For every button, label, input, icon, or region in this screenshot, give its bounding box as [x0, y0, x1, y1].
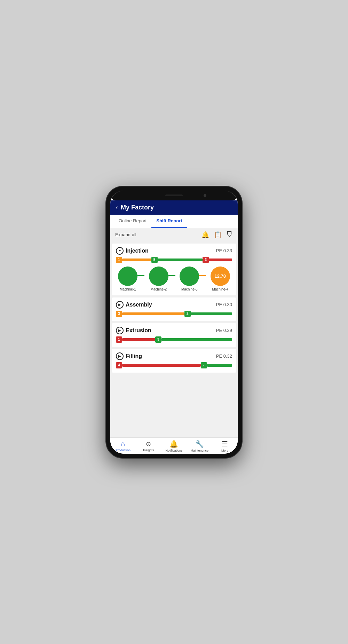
phone-screen: ‹ My Factory Online Report Shift Report … — [110, 191, 238, 454]
assembly-pe: PE 0.30 — [216, 302, 232, 307]
toolbar-icons: 🔔 📋 ⛉ — [201, 231, 233, 239]
toolbar: Expand all 🔔 📋 ⛉ — [110, 228, 238, 241]
machine-3-item: Machine-3 — [180, 267, 199, 291]
bell-icon[interactable]: 🔔 — [201, 231, 209, 239]
header-title: My Factory — [121, 204, 154, 211]
app-header: ‹ My Factory — [110, 200, 238, 215]
filling-title-row: ▶ Filling — [116, 352, 142, 360]
filter-icon[interactable]: ⛉ — [227, 231, 233, 239]
inj-badge-3: 3 — [203, 257, 209, 263]
phone-frame: ‹ My Factory Online Report Shift Report … — [106, 186, 242, 458]
injection-title-row: ▾ Injection — [116, 247, 149, 255]
extrusion-header: ▶ Extrusion PE 0.29 — [116, 327, 232, 334]
machine-1-group: Machine-1 — [118, 267, 144, 291]
extrusion-title-row: ▶ Extrusion — [116, 327, 151, 334]
machine-3-label: Machine-3 — [181, 287, 198, 291]
machine-4-label: Machine-4 — [212, 287, 228, 291]
maintenence-icon: 🔧 — [195, 440, 204, 448]
tab-online-report[interactable]: Online Report — [114, 215, 151, 228]
inj-bar-orange — [122, 259, 151, 261]
injection-title: Injection — [126, 248, 149, 254]
machine-3-circle — [180, 267, 199, 286]
extrusion-card: ▶ Extrusion PE 0.29 1 3 — [112, 323, 236, 347]
connector-3 — [199, 275, 206, 276]
assembly-expand-icon[interactable]: ▶ — [116, 301, 124, 309]
filling-card: ▶ Filling PE 0.32 4 ▪ — [112, 349, 236, 373]
ext-bar-red — [122, 338, 155, 341]
fill-bar-green — [207, 364, 232, 367]
machine-1-circle — [118, 267, 137, 286]
extrusion-expand-icon[interactable]: ▶ — [116, 327, 124, 334]
assembly-card: ▶ Assembly PE 0.30 3 2 — [112, 297, 236, 321]
injection-card: ▾ Injection PE 0.33 1 5 3 — [112, 244, 236, 295]
nav-notifications-label: Notifications — [165, 449, 182, 452]
assembly-bar: 3 2 — [116, 311, 232, 317]
nav-production[interactable]: ⌂ Production — [113, 440, 133, 452]
nav-production-label: Production — [116, 448, 130, 452]
injection-header: ▾ Injection PE 0.33 — [116, 247, 232, 255]
tab-shift-report[interactable]: Shift Report — [151, 215, 187, 228]
nav-insights-label: Insights — [143, 448, 154, 452]
phone-notch — [110, 191, 238, 200]
assembly-header: ▶ Assembly PE 0.30 — [116, 301, 232, 309]
ext-badge-3: 3 — [155, 336, 161, 343]
injection-pe: PE 0.33 — [216, 248, 232, 253]
nav-insights[interactable]: ⊙ Insights — [139, 440, 158, 452]
nav-more[interactable]: ☰ More — [215, 440, 235, 452]
machine-4-item: 12.78 Machine-4 — [211, 267, 230, 291]
asm-bar-green — [191, 312, 232, 315]
machine-1-label: Machine-1 — [120, 287, 136, 291]
ext-bar-green — [161, 338, 232, 341]
tab-bar: Online Report Shift Report — [110, 215, 238, 228]
inj-bar-red — [209, 259, 232, 261]
inj-badge-1: 1 — [116, 257, 122, 263]
nav-notifications[interactable]: 🔔 Notifications — [164, 440, 183, 452]
machine-1-item: Machine-1 — [118, 267, 137, 291]
expand-all-label[interactable]: Expand all — [115, 232, 136, 237]
machine-3-group: Machine-3 — [180, 267, 206, 291]
inj-bar-green — [158, 259, 203, 261]
machine-4-circle: 12.78 — [211, 267, 230, 286]
nav-more-label: More — [221, 449, 229, 452]
notifications-icon: 🔔 — [169, 440, 178, 448]
machine-2-group: Machine-2 — [149, 267, 175, 291]
injection-collapse-icon[interactable]: ▾ — [116, 247, 124, 255]
assembly-title: Assembly — [126, 302, 152, 308]
clipboard-icon[interactable]: 📋 — [214, 231, 222, 239]
fill-bar-red — [122, 364, 201, 367]
asm-badge-3: 3 — [116, 311, 122, 317]
ext-badge-1: 1 — [116, 336, 122, 343]
inj-badge-5: 5 — [151, 257, 158, 263]
connector-2 — [168, 275, 175, 276]
nav-maintenence[interactable]: 🔧 Maintenence — [190, 440, 209, 452]
machine-2-circle — [149, 267, 168, 286]
extrusion-bar: 1 3 — [116, 336, 232, 343]
machines-row: Machine-1 Machine-2 — [116, 267, 232, 291]
extrusion-pe: PE 0.29 — [216, 328, 232, 333]
back-button[interactable]: ‹ — [116, 204, 118, 211]
camera — [204, 194, 206, 197]
asm-bar-orange — [122, 312, 184, 315]
injection-bar: 1 5 3 — [116, 257, 232, 263]
filling-header: ▶ Filling PE 0.32 — [116, 352, 232, 360]
filling-bar: 4 ▪ — [116, 362, 232, 368]
fill-badge-1: ▪ — [201, 362, 207, 368]
extrusion-title: Extrusion — [126, 327, 151, 334]
fill-badge-4: 4 — [116, 362, 122, 368]
assembly-title-row: ▶ Assembly — [116, 301, 152, 309]
more-icon: ☰ — [222, 440, 228, 448]
home-icon: ⌂ — [121, 440, 125, 448]
insights-icon: ⊙ — [146, 440, 151, 448]
nav-maintenence-label: Maintenence — [190, 449, 208, 452]
filling-title: Filling — [126, 353, 142, 359]
asm-badge-2: 2 — [184, 311, 191, 317]
speaker — [165, 194, 183, 196]
filling-expand-icon[interactable]: ▶ — [116, 352, 124, 360]
filling-pe: PE 0.32 — [216, 353, 232, 359]
machine-2-label: Machine-2 — [150, 287, 167, 291]
connector-1 — [137, 275, 144, 276]
bottom-nav: ⌂ Production ⊙ Insights 🔔 Notifications … — [110, 437, 238, 454]
machine-2-item: Machine-2 — [149, 267, 168, 291]
content-area: ▾ Injection PE 0.33 1 5 3 — [110, 241, 238, 437]
